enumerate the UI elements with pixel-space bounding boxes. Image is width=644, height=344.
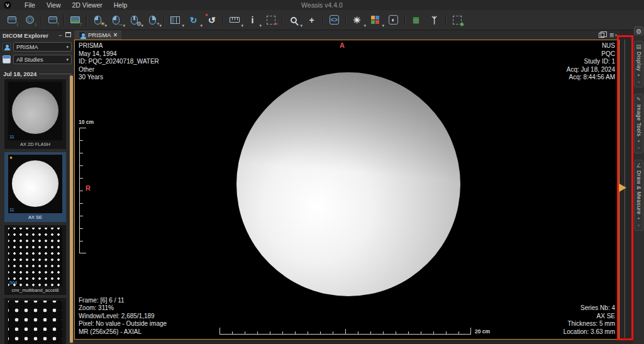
dropdown-caret-icon: ▾ <box>241 23 243 28</box>
mouse-middle-action-button[interactable]: ⚙ ▾ <box>126 12 143 28</box>
panel-settings-button[interactable]: ⚙ <box>634 26 643 35</box>
overlay-line: PQC <box>567 50 615 58</box>
mpr-button[interactable]: ≣ <box>408 12 425 28</box>
viewer-tab-bar: PRISMA × ≣ ▾ <box>74 30 619 40</box>
View[interactable]: View <box>41 1 67 9</box>
overlay-line: Location: 3.63 mm <box>564 328 615 336</box>
study-date-label: Jul 18, 2024 <box>3 70 36 77</box>
patient-combobox[interactable]: PRISMA ▾ <box>13 42 72 52</box>
window-level-button[interactable]: ☀ ▾ <box>348 12 365 28</box>
Help[interactable]: Help <box>108 1 133 9</box>
overlay-line: May 14, 1994 <box>79 50 159 58</box>
thumbnail-ax-se[interactable]: ● 11 AX SE <box>4 152 66 222</box>
toolbar-icon <box>371 16 379 24</box>
overlay-line: PRISMA <box>79 42 159 50</box>
overlay-frame-info: Frame: [6] 6 / 11Zoom: 311%Window/Level:… <box>79 297 167 336</box>
dicom-3d-button[interactable]: ◆ <box>448 12 465 28</box>
float-panel-icon[interactable]: ▫ <box>638 223 640 228</box>
viewer-tab-label: PRISMA <box>88 31 111 38</box>
main-toolbar: ↓ ↓ ↑ ↑ <box>0 10 644 30</box>
invert-lut-button[interactable]: ◐ <box>385 12 402 28</box>
mouse-right-action-button[interactable]: + ▾ <box>144 12 161 28</box>
lut-button[interactable]: ▾ <box>367 12 384 28</box>
explorer-header: DICOM Explorer – <box>0 30 74 40</box>
dropdown-caret-icon: ▾ <box>159 23 162 28</box>
vertical-scale-label: 10 cm <box>79 119 94 125</box>
image-layers-button[interactable]: ≣ ▾ <box>609 32 617 38</box>
viewer-tab-prisma[interactable]: PRISMA × <box>74 30 121 40</box>
vertical-scale-ruler <box>79 128 86 253</box>
export-image-button[interactable]: ↑ <box>67 12 84 28</box>
tab-bar-controls: ≣ ▾ <box>599 30 617 40</box>
2D Viewer[interactable]: 2D Viewer <box>67 1 108 9</box>
minimize-panel-icon[interactable]: – <box>57 32 64 38</box>
side-tab-display[interactable]: ▤ Display + ▫ <box>634 41 643 87</box>
overlay-line: Other <box>79 66 159 74</box>
float-panel-icon[interactable]: ▫ <box>638 146 640 151</box>
zoom-button[interactable]: ▾ <box>285 12 302 28</box>
float-panel-icon[interactable]: ▫ <box>638 80 640 85</box>
explorer-scrollbar[interactable] <box>70 75 73 343</box>
dropdown-caret-icon: ▾ <box>364 23 366 28</box>
dropdown-caret-icon: ▾ <box>141 23 143 28</box>
thumbnail-partial[interactable] <box>4 298 66 344</box>
delete-measurements-button[interactable]: × <box>262 12 279 28</box>
close-tab-icon[interactable]: × <box>113 31 117 38</box>
overlay-line: Acq: Jul 18, 2024 <box>567 66 615 74</box>
winlevel-mouse-left-button[interactable]: ☀ ▾ <box>89 12 106 28</box>
restore-window-icon[interactable] <box>599 33 604 38</box>
series-thumbnail-list: 11 AX 2D FLASH ● 11 AX SE 504 <box>0 78 69 344</box>
overlay-series-info: Series Nb: 4AX SEThickness: 5 mmLocation… <box>564 304 615 336</box>
layout-button[interactable]: ▾ <box>167 12 184 28</box>
series-label: AX SE <box>4 213 66 222</box>
toolbar-icon <box>26 16 34 24</box>
series-label: cmr_multiband_accel8 <box>4 286 66 295</box>
pin-panel-icon[interactable]: + <box>637 216 640 221</box>
chevron-down-icon: ▾ <box>66 45 69 50</box>
overlay-line: MR (256x256) - AXIAL <box>79 328 167 336</box>
side-tab-label: Image Tools <box>636 104 642 136</box>
export-dicom-button[interactable]: ↑ <box>44 12 61 28</box>
volume-rendering-button[interactable]: ᛉ <box>426 12 443 28</box>
File[interactable]: File <box>19 1 41 9</box>
overlay-line: Study ID: 1 <box>567 58 615 66</box>
weasis-window: V File View 2D Viewer Help Weasis v4.4.0… <box>0 0 644 344</box>
series-thumbnail-image: 11 <box>8 82 62 140</box>
overlay-patient-info: PRISMAMay 14, 1994ID: PQC_20240718_WATER… <box>79 42 159 82</box>
side-tab-image-tools[interactable]: ✎ Image Tools + ▫ <box>634 94 643 153</box>
toolbar-icon <box>48 16 57 23</box>
annotation-tools-button[interactable]: i ▾ <box>244 12 261 28</box>
overlay-line: Frame: [6] 6 / 11 <box>79 297 167 305</box>
toolbar-icon <box>267 16 275 25</box>
study-combobox[interactable]: All Studies ▾ <box>13 55 72 64</box>
import-cd-dvd-button[interactable]: ↓ <box>21 12 38 28</box>
toolbar-icon <box>8 16 16 23</box>
toolbar-icon <box>230 17 240 23</box>
pan-button[interactable]: + <box>303 12 320 28</box>
crosshair-button[interactable]: <> <box>326 12 343 28</box>
pin-panel-icon[interactable]: + <box>637 73 640 78</box>
horizontal-scale-label: 20 cm <box>475 328 490 335</box>
reset-display-button[interactable]: ↺ ● <box>203 12 220 28</box>
import-dicom-button[interactable]: ↓ <box>3 12 20 28</box>
toolbar-icon <box>149 16 156 25</box>
orientation-right-marker: R <box>86 184 91 192</box>
horizontal-scale-ruler <box>219 328 471 335</box>
measurement-tools-button[interactable]: ▾ <box>226 12 243 28</box>
maximize-panel-icon[interactable] <box>64 32 72 38</box>
dropdown-caret-icon: ▾ <box>200 23 203 28</box>
side-tab-draw-measure[interactable]: ∠ Draw & Measure + ▫ <box>634 160 643 231</box>
thumbnail-cmr-multiband-accel8[interactable]: 504 cmr_multiband_accel8 <box>4 225 66 295</box>
contextmenu-mouse-left-button[interactable]: → ▾ <box>108 12 125 28</box>
orientation-anterior-marker: A <box>340 42 345 49</box>
thumbnail-ax-2d-flash[interactable]: 11 AX 2D FLASH <box>4 79 66 149</box>
side-tab-icon: ∠ <box>636 162 641 169</box>
expand-panel-arrow[interactable] <box>618 183 626 192</box>
image-viewport[interactable]: PRISMAMay 14, 1994ID: PQC_20240718_WATER… <box>74 40 619 340</box>
pin-panel-icon[interactable]: + <box>637 139 640 144</box>
synch-views-button[interactable]: ↻ ▾ <box>185 12 202 28</box>
dropdown-caret-icon: ▾ <box>104 23 107 28</box>
series-thumbnail-image <box>8 301 62 344</box>
overlay-line: Series Nb: 4 <box>564 304 615 313</box>
overlay-line: Zoom: 311% <box>79 304 167 313</box>
